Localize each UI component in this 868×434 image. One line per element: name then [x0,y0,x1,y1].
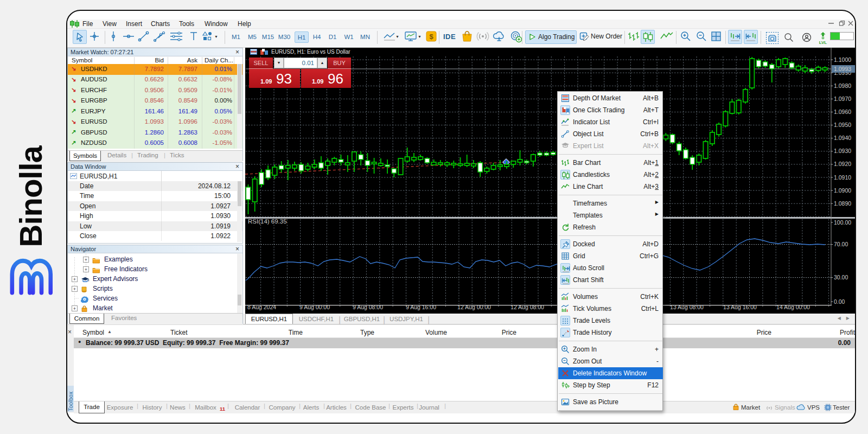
svg-text:1.0900: 1.0900 [834,187,851,194]
svg-text:1.0993: 1.0993 [834,66,851,72]
svg-text:13 Aug 16:00: 13 Aug 16:00 [723,304,757,310]
svg-text:9 Aug 08:00: 9 Aug 08:00 [353,304,383,310]
svg-text:0.00: 0.00 [834,298,845,305]
svg-text:100.00: 100.00 [834,219,851,226]
svg-text:1.0920: 1.0920 [834,161,851,167]
svg-text:12 Aug 00:00: 12 Aug 00:00 [457,304,491,310]
svg-text:1.0930: 1.0930 [834,148,851,154]
svg-text:30.00: 30.00 [834,274,848,280]
svg-text:1.0970: 1.0970 [834,95,851,102]
svg-text:RSI(14) 69.35: RSI(14) 69.35 [248,218,287,225]
svg-text:9 Aug 00:00: 9 Aug 00:00 [299,304,330,310]
svg-text:1.1000: 1.1000 [834,56,851,63]
svg-text:12 Aug 08:00: 12 Aug 08:00 [510,304,544,310]
svg-text:1.0910: 1.0910 [834,174,851,181]
svg-text:1.0950: 1.0950 [834,122,851,128]
svg-text:8 Aug 2024: 8 Aug 2024 [247,304,276,310]
svg-text:LVL: LVL [819,40,827,45]
svg-text:14 Aug 00:00: 14 Aug 00:00 [776,304,810,310]
svg-text:$: $ [429,33,433,41]
svg-text:13 Aug 08:00: 13 Aug 08:00 [670,304,704,310]
svg-text:70.00: 70.00 [834,241,848,247]
svg-text:1.0890: 1.0890 [834,200,851,207]
svg-text:1.0940: 1.0940 [834,135,851,141]
svg-text:9 Aug 16:00: 9 Aug 16:00 [406,304,436,310]
svg-text:EURUSD, H1: Euro vs US Dollar: EURUSD, H1: Euro vs US Dollar [271,49,350,55]
svg-text:1.0980: 1.0980 [834,82,851,89]
svg-text:1.0960: 1.0960 [834,108,851,115]
